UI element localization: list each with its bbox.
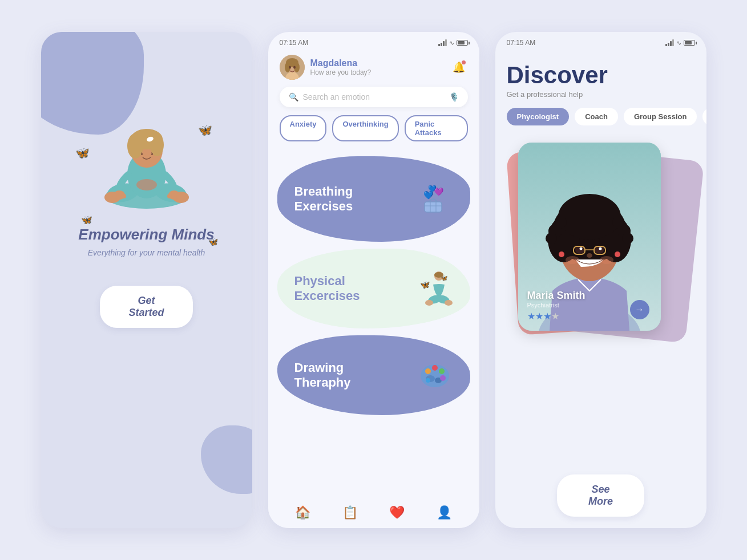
svg-point-66 (615, 251, 620, 257)
drawing-therapy-card[interactable]: DrawingTheraphy (277, 335, 470, 415)
card-next-button[interactable]: → (630, 300, 649, 319)
svg-point-17 (167, 194, 172, 198)
svg-point-65 (559, 251, 564, 257)
bottom-navigation: 🏠 📋 ❤️ 👤 (268, 497, 479, 528)
svg-point-63 (555, 217, 567, 228)
svg-point-71 (587, 253, 592, 258)
svg-point-69 (579, 247, 582, 250)
svg-point-60 (546, 233, 557, 244)
discover-header: Discover Get a professional help (495, 50, 706, 108)
drawing-label: DrawingTheraphy (294, 360, 351, 391)
notification-dot (462, 60, 466, 64)
status-bar: 07:15 AM ∿ (268, 32, 479, 50)
svg-point-46 (432, 365, 438, 371)
svg-point-64 (612, 217, 624, 228)
tag-overthinking[interactable]: Overthinking (332, 115, 398, 141)
get-started-button[interactable]: GetStarted (100, 286, 192, 328)
butterfly-yellow1-icon: 🦋 (81, 214, 92, 225)
filter-row: Phycologist Coach Group Session Fis (495, 108, 706, 137)
svg-point-47 (439, 368, 445, 374)
app-title: Empowering Minds (78, 226, 214, 244)
user-header: Magdalena How are you today? 🔔 (268, 50, 479, 87)
meditation-illustration (90, 100, 204, 214)
header-text: Magdalena How are you today? (310, 58, 450, 76)
svg-point-6 (136, 179, 157, 190)
battery-icon-3 (684, 40, 695, 46)
status-time: 07:15 AM (280, 39, 309, 47)
card-person-name: Maria Smith (527, 290, 586, 302)
svg-text:🦋: 🦋 (420, 280, 430, 290)
discover-subtitle: Get a professional help (507, 90, 695, 99)
butterfly-yellow2-icon: 🦋 (208, 237, 218, 246)
user-greeting: How are you today? (310, 68, 450, 76)
svg-point-72 (566, 256, 579, 264)
svg-point-49 (426, 378, 430, 383)
status-icons: ∿ (438, 39, 468, 47)
svg-point-38 (425, 300, 433, 306)
search-icon: 🔍 (289, 92, 298, 102)
emotion-tags: Anxiety Overthinking Panic Attacks (268, 115, 479, 151)
favorites-nav-icon[interactable]: ❤️ (389, 505, 405, 520)
professional-card-main[interactable]: Maria Smith Psychiatrist ★★★★ → (518, 143, 661, 331)
breathing-label: BreathingExercises (294, 184, 353, 214)
user-name: Magdalena (310, 58, 450, 68)
svg-point-62 (622, 233, 633, 244)
discover-title: Discover (507, 62, 695, 89)
tag-panic[interactable]: Panic Attacks (405, 115, 468, 141)
physical-label: PhysicalExcercises (294, 274, 360, 304)
profile-nav-icon[interactable]: 👤 (437, 505, 452, 520)
svg-point-73 (600, 256, 613, 264)
svg-point-15 (112, 194, 117, 198)
wifi-icon-3: ∿ (676, 39, 681, 47)
svg-point-26 (293, 66, 296, 69)
card-person-role: Psychiatrist (527, 302, 586, 309)
svg-point-58 (558, 194, 621, 240)
svg-text:🦋: 🦋 (441, 274, 448, 282)
search-bar[interactable]: 🔍 Search an emotion 🎙️ (280, 87, 468, 107)
search-input[interactable]: Search an emotion (303, 92, 449, 102)
filter-group-session[interactable]: Group Session (624, 108, 697, 125)
notification-bell-icon[interactable]: 🔔 (450, 58, 468, 76)
svg-point-18 (176, 194, 181, 198)
phone-3: 07:15 AM ∿ Discover Get a professional h… (495, 32, 706, 528)
app-subtitle: Everything for your mental health (88, 248, 205, 257)
signal-icon (438, 39, 447, 46)
categories-list: BreathingExercises 💙 💜 💙 (268, 151, 479, 497)
phone-2: 07:15 AM ∿ (268, 32, 479, 528)
card-info: Maria Smith Psychiatrist ★★★★ (527, 290, 586, 322)
svg-point-10 (127, 133, 143, 159)
see-more-button[interactable]: SeeMore (557, 474, 644, 517)
avatar (280, 55, 305, 80)
phone-1: 🦋 🦋 🦋 🦋 (41, 32, 252, 528)
physical-icon: 🦋 🦋 (413, 267, 453, 310)
mic-icon[interactable]: 🎙️ (449, 92, 459, 102)
home-nav-icon[interactable]: 🏠 (295, 505, 310, 520)
status-bar-3: 07:15 AM ∿ (495, 32, 706, 50)
svg-rect-27 (425, 202, 442, 212)
svg-text:💙: 💙 (428, 184, 437, 193)
breathing-exercises-card[interactable]: BreathingExercises 💙 💜 💙 (277, 156, 470, 242)
status-icons-3: ∿ (665, 39, 695, 47)
butterfly-pink-icon: 🦋 (75, 146, 90, 160)
see-more-area: SeeMore (495, 461, 706, 528)
breathing-icon: 💙 💜 💙 (413, 176, 453, 222)
svg-point-70 (599, 247, 601, 250)
drawing-icon (413, 354, 453, 396)
professional-cards: Maria Smith Psychiatrist ★★★★ → (507, 137, 695, 461)
calendar-nav-icon[interactable]: 📋 (342, 505, 358, 520)
svg-point-48 (440, 375, 446, 381)
filter-coach[interactable]: Coach (575, 108, 618, 125)
butterfly-green-icon: 🦋 (198, 123, 212, 137)
signal-icon-3 (665, 39, 674, 46)
svg-point-16 (122, 194, 126, 198)
wifi-icon: ∿ (449, 39, 454, 47)
tag-anxiety[interactable]: Anxiety (280, 115, 327, 141)
svg-point-39 (445, 300, 453, 306)
physical-exercises-card[interactable]: PhysicalExcercises 🦋 (277, 249, 470, 328)
status-time-3: 07:15 AM (507, 39, 536, 47)
card-rating: ★★★★ (527, 311, 586, 322)
battery-icon (457, 40, 468, 46)
svg-point-25 (289, 66, 291, 69)
filter-other[interactable]: Fis (702, 108, 706, 125)
filter-phycologist[interactable]: Phycologist (507, 108, 570, 125)
